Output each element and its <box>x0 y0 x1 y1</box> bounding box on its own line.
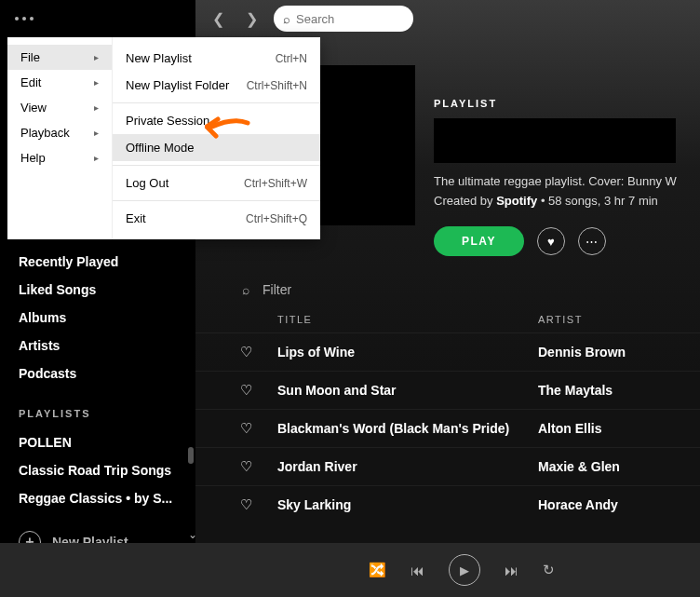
sidebar-item[interactable]: Liked Songs <box>0 276 195 304</box>
play-button[interactable]: PLAY <box>434 226 524 256</box>
back-button[interactable]: ❮ <box>207 7 229 30</box>
app-menu: File▸Edit▸View▸Playback▸Help▸ New Playli… <box>7 37 320 239</box>
submenu-item[interactable]: New PlaylistCtrl+N <box>113 45 320 72</box>
playlists-section-label: PLAYLISTS <box>0 408 195 419</box>
playlist-creator: Created by Spotify • 58 songs, 3 hr 7 mi… <box>434 194 681 208</box>
track-artist[interactable]: Alton Ellis <box>538 421 666 436</box>
sidebar-item[interactable]: Artists <box>0 332 195 360</box>
track-artist[interactable]: The Maytals <box>538 383 666 398</box>
player-bar: 🔀 ⏮ ▶ ⏭ ↻ <box>0 543 700 597</box>
previous-button[interactable]: ⏮ <box>411 563 424 578</box>
sidebar-item[interactable]: Podcasts <box>0 360 195 387</box>
track-artist[interactable]: Dennis Brown <box>538 345 666 360</box>
shuffle-button[interactable]: 🔀 <box>369 562 386 578</box>
track-row[interactable]: ♡Jordan RiverMaxie & Glen <box>195 447 700 485</box>
track-title: Sun Moon and Star <box>277 383 538 398</box>
track-title: Blackman's Word (Black Man's Pride) <box>277 421 538 436</box>
playlist-description: The ultimate reggae playlist. Cover: Bun… <box>434 174 681 188</box>
sidebar-playlist-item[interactable]: Reggae Classics • by S... <box>0 484 195 512</box>
track-headers: TITLE ARTIST <box>195 306 700 332</box>
submenu-item[interactable]: Offline Mode <box>113 134 320 161</box>
more-button[interactable]: ⋯ <box>578 227 606 255</box>
track-artist[interactable]: Maxie & Glen <box>538 459 666 474</box>
sidebar-item[interactable]: Albums <box>0 304 195 332</box>
header-title[interactable]: TITLE <box>277 314 538 325</box>
heart-icon[interactable]: ♡ <box>240 458 277 475</box>
track-row[interactable]: ♡Blackman's Word (Black Man's Pride)Alto… <box>195 409 700 447</box>
menu-item-playback[interactable]: Playback▸ <box>7 120 112 145</box>
heart-icon[interactable]: ♡ <box>240 344 277 360</box>
sidebar-item[interactable]: Recently Played <box>0 248 195 276</box>
menu-item-edit[interactable]: Edit▸ <box>7 70 112 95</box>
track-title: Lips of Wine <box>277 345 538 360</box>
track-row[interactable]: ♡Lips of WineDennis Brown <box>195 332 700 371</box>
menu-item-help[interactable]: Help▸ <box>7 145 112 170</box>
forward-button[interactable]: ❯ <box>240 7 262 30</box>
filter-input[interactable]: Filter <box>262 282 291 297</box>
submenu-item[interactable]: New Playlist FolderCtrl+Shift+N <box>113 72 320 99</box>
heart-icon: ♥ <box>547 235 555 249</box>
track-title: Jordan River <box>277 459 538 474</box>
heart-icon[interactable]: ♡ <box>240 420 277 437</box>
heart-icon[interactable]: ♡ <box>240 382 277 399</box>
repeat-button[interactable]: ↻ <box>543 562 555 578</box>
search-box[interactable]: ⌕ <box>274 6 413 32</box>
sidebar-scrollbar[interactable] <box>188 447 194 464</box>
header-artist[interactable]: ARTIST <box>538 314 666 325</box>
play-pause-button[interactable]: ▶ <box>449 554 480 586</box>
heart-icon[interactable]: ♡ <box>240 496 277 513</box>
search-input[interactable] <box>296 12 404 26</box>
creator-link[interactable]: Spotify <box>496 194 537 208</box>
app-menu-dots[interactable] <box>15 17 34 20</box>
playlist-title <box>434 118 676 163</box>
track-row[interactable]: ♡Sky LarkingHorace Andy <box>195 485 700 523</box>
menu-item-file[interactable]: File▸ <box>7 45 112 70</box>
sidebar-playlist-item[interactable]: Classic Road Trip Songs <box>0 456 195 484</box>
track-title: Sky Larking <box>277 497 538 512</box>
content-type-label: PLAYLIST <box>434 98 681 109</box>
submenu-item[interactable]: Log OutCtrl+Shift+W <box>113 170 320 197</box>
track-artist[interactable]: Horace Andy <box>538 497 666 512</box>
next-button[interactable]: ⏭ <box>505 563 518 578</box>
submenu-item[interactable]: Private Session <box>113 107 320 134</box>
track-row[interactable]: ♡Sun Moon and StarThe Maytals <box>195 371 700 409</box>
ellipsis-icon: ⋯ <box>586 235 598 249</box>
sidebar-playlist-item[interactable]: POLLEN <box>0 428 195 456</box>
search-icon: ⌕ <box>283 12 290 26</box>
submenu-item[interactable]: ExitCtrl+Shift+Q <box>113 205 320 232</box>
menu-item-view[interactable]: View▸ <box>7 95 112 120</box>
like-button[interactable]: ♥ <box>537 227 565 255</box>
filter-search-icon[interactable]: ⌕ <box>242 282 249 297</box>
